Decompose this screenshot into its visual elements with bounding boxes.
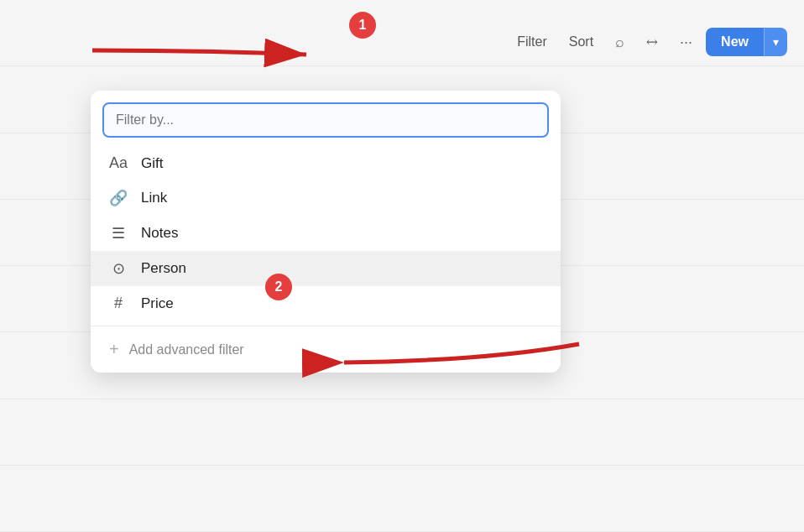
- filter-item-notes[interactable]: ☰ Notes: [91, 216, 561, 251]
- sort-button[interactable]: Sort: [561, 29, 602, 55]
- new-button[interactable]: New: [706, 28, 764, 56]
- more-button[interactable]: ···: [671, 29, 701, 56]
- plus-icon: +: [109, 340, 119, 359]
- filter-input-wrapper: [91, 102, 561, 146]
- toolbar: Filter Sort ⌕ ⤢ ··· New ▾: [0, 0, 804, 84]
- filter-button[interactable]: Filter: [509, 29, 556, 55]
- more-icon: ···: [680, 34, 692, 51]
- expand-button[interactable]: ⤢: [638, 29, 666, 56]
- link-icon: 🔗: [109, 189, 128, 207]
- add-advanced-filter-label: Add advanced filter: [129, 342, 244, 357]
- expand-icon: ⤢: [642, 32, 663, 53]
- filter-dropdown: Aa Gift 🔗 Link ☰ Notes ⊙ Person # Price …: [91, 91, 561, 373]
- text-icon: Aa: [109, 154, 128, 172]
- step-badge-2: 2: [265, 274, 292, 300]
- filter-item-person-label: Person: [141, 260, 186, 277]
- filter-input[interactable]: [102, 102, 549, 138]
- filter-item-person[interactable]: ⊙ Person: [91, 251, 561, 286]
- filter-item-link[interactable]: 🔗 Link: [91, 180, 561, 216]
- filter-item-price-label: Price: [141, 295, 174, 312]
- new-button-group: New ▾: [706, 28, 787, 56]
- filter-item-gift[interactable]: Aa Gift: [91, 146, 561, 180]
- filter-item-gift-label: Gift: [141, 155, 163, 172]
- notes-icon: ☰: [109, 224, 128, 243]
- add-advanced-filter-button[interactable]: + Add advanced filter: [91, 331, 561, 368]
- new-dropdown-button[interactable]: ▾: [764, 28, 787, 56]
- filter-item-notes-label: Notes: [141, 225, 178, 242]
- filter-item-link-label: Link: [141, 190, 167, 206]
- search-button[interactable]: ⌕: [607, 29, 633, 56]
- divider: [91, 326, 561, 326]
- search-icon: ⌕: [615, 34, 624, 51]
- step-badge-1: 1: [349, 12, 376, 39]
- filter-label: Filter: [517, 34, 547, 50]
- person-icon: ⊙: [109, 259, 128, 278]
- number-icon: #: [109, 295, 128, 312]
- filter-item-price[interactable]: # Price: [91, 286, 561, 321]
- chevron-down-icon: ▾: [773, 35, 779, 49]
- sort-label: Sort: [569, 34, 593, 50]
